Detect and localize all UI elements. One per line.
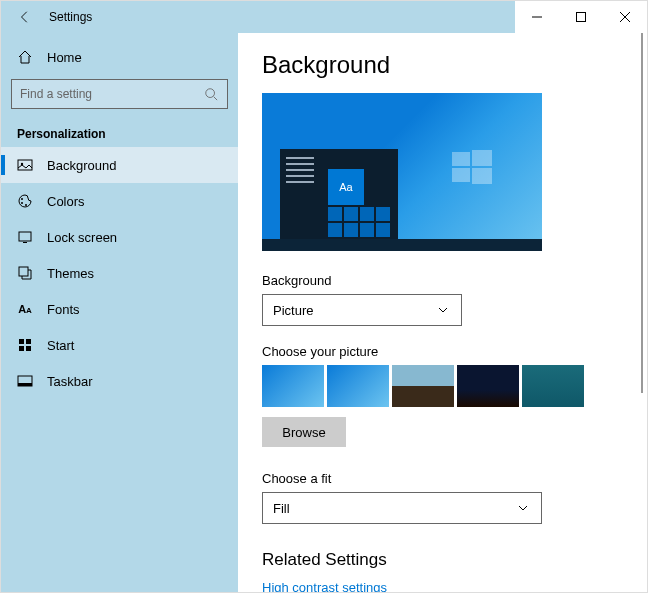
picture-thumb-5[interactable] xyxy=(522,365,584,407)
home-button[interactable]: Home xyxy=(1,41,238,73)
sidebar-item-label: Background xyxy=(47,158,116,173)
category-label: Personalization xyxy=(1,115,238,147)
home-icon xyxy=(17,49,33,65)
svg-rect-13 xyxy=(26,339,31,344)
taskbar-icon xyxy=(17,373,33,389)
browse-button[interactable]: Browse xyxy=(262,417,346,447)
page-heading: Background xyxy=(262,51,617,79)
fit-dropdown[interactable]: Fill xyxy=(262,492,542,524)
svg-line-3 xyxy=(214,97,218,101)
window-title: Settings xyxy=(49,10,92,24)
svg-point-8 xyxy=(25,204,27,206)
sidebar-item-start[interactable]: Start xyxy=(1,327,238,363)
sidebar-item-taskbar[interactable]: Taskbar xyxy=(1,363,238,399)
related-heading: Related Settings xyxy=(262,550,617,570)
sidebar-item-label: Taskbar xyxy=(47,374,93,389)
svg-rect-19 xyxy=(472,150,492,166)
svg-point-6 xyxy=(21,198,23,200)
main-panel: Background Aa Background Picture Choose … xyxy=(238,33,647,592)
svg-rect-20 xyxy=(452,168,470,182)
svg-point-7 xyxy=(21,202,23,204)
svg-rect-12 xyxy=(19,339,24,344)
background-preview: Aa xyxy=(262,93,542,251)
svg-rect-1 xyxy=(577,13,586,22)
svg-rect-17 xyxy=(18,383,32,386)
themes-icon xyxy=(17,265,33,281)
chevron-down-icon xyxy=(515,500,531,516)
sidebar-item-themes[interactable]: Themes xyxy=(1,255,238,291)
start-menu-mock: Aa xyxy=(280,149,398,239)
content-area: Home Find a setting Personalization Back… xyxy=(1,33,647,592)
fit-label: Choose a fit xyxy=(262,471,617,486)
svg-rect-15 xyxy=(26,346,31,351)
picture-thumb-3[interactable] xyxy=(392,365,454,407)
back-button[interactable] xyxy=(9,1,41,33)
minimize-button[interactable] xyxy=(515,1,559,33)
background-label: Background xyxy=(262,273,617,288)
chevron-down-icon xyxy=(435,302,451,318)
sidebar-item-label: Start xyxy=(47,338,74,353)
picture-thumb-2[interactable] xyxy=(327,365,389,407)
title-bar: Settings xyxy=(1,1,647,33)
search-icon xyxy=(203,86,219,102)
picture-icon xyxy=(17,157,33,173)
picture-thumb-4[interactable] xyxy=(457,365,519,407)
sample-tile: Aa xyxy=(328,169,364,205)
fit-dropdown-value: Fill xyxy=(273,501,290,516)
fonts-icon: AA xyxy=(17,301,33,317)
choose-picture-label: Choose your picture xyxy=(262,344,617,359)
scrollbar[interactable] xyxy=(641,33,643,393)
sidebar-item-colors[interactable]: Colors xyxy=(1,183,238,219)
high-contrast-link[interactable]: High contrast settings xyxy=(262,580,617,592)
background-dropdown-value: Picture xyxy=(273,303,313,318)
close-button[interactable] xyxy=(603,1,647,33)
window-controls xyxy=(515,1,647,33)
picture-thumb-1[interactable] xyxy=(262,365,324,407)
svg-rect-4 xyxy=(18,160,32,170)
windows-logo-icon xyxy=(452,148,492,188)
sidebar-item-background[interactable]: Background xyxy=(1,147,238,183)
sidebar-item-label: Lock screen xyxy=(47,230,117,245)
svg-rect-11 xyxy=(19,267,28,276)
palette-icon xyxy=(17,193,33,209)
start-icon xyxy=(17,337,33,353)
svg-rect-10 xyxy=(23,242,27,243)
search-input[interactable]: Find a setting xyxy=(11,79,228,109)
sidebar-item-fonts[interactable]: AA Fonts xyxy=(1,291,238,327)
svg-rect-14 xyxy=(19,346,24,351)
maximize-button[interactable] xyxy=(559,1,603,33)
home-label: Home xyxy=(47,50,82,65)
sidebar-item-label: Fonts xyxy=(47,302,80,317)
picture-thumbnails xyxy=(262,365,617,407)
sidebar-item-label: Colors xyxy=(47,194,85,209)
svg-rect-18 xyxy=(452,152,470,166)
lockscreen-icon xyxy=(17,229,33,245)
sidebar-item-label: Themes xyxy=(47,266,94,281)
sidebar: Home Find a setting Personalization Back… xyxy=(1,33,238,592)
svg-rect-21 xyxy=(472,168,492,184)
search-placeholder: Find a setting xyxy=(20,87,92,101)
sidebar-item-lockscreen[interactable]: Lock screen xyxy=(1,219,238,255)
background-dropdown[interactable]: Picture xyxy=(262,294,462,326)
svg-point-2 xyxy=(206,89,215,98)
svg-rect-9 xyxy=(19,232,31,241)
